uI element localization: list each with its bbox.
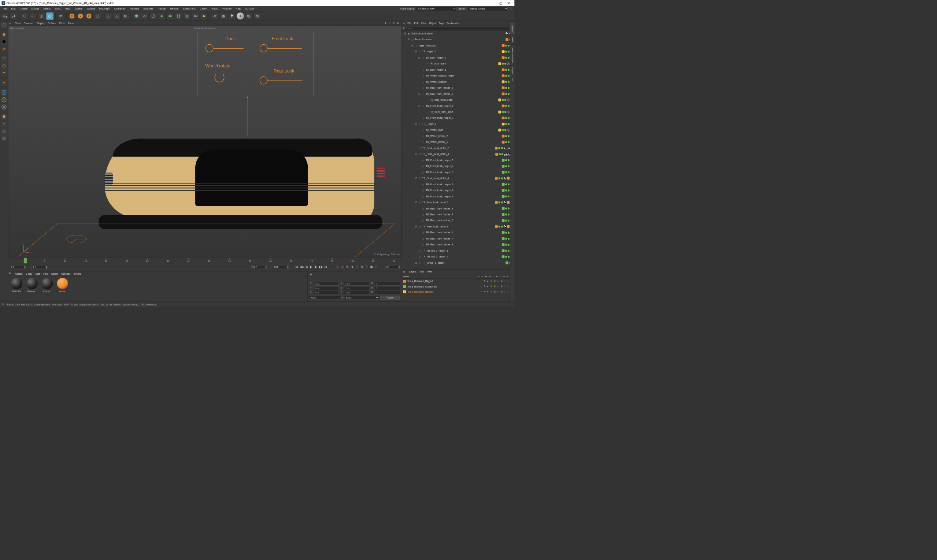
tag-orange[interactable] bbox=[502, 74, 505, 77]
menu-create[interactable]: Create bbox=[18, 7, 29, 10]
coord-scale-select[interactable]: Scale bbox=[345, 295, 379, 300]
menu-window[interactable]: Window bbox=[220, 7, 233, 10]
tree-row[interactable]: ⟐TR_Wheel_helper_1 bbox=[402, 139, 514, 145]
obj-menu-tags[interactable]: Tags bbox=[437, 22, 445, 25]
coord-y-field[interactable] bbox=[314, 286, 339, 290]
tag-dot-green[interactable] bbox=[502, 111, 504, 113]
layer-flag-d[interactable]: ⬚ bbox=[504, 280, 506, 283]
menu-file[interactable]: File bbox=[1, 7, 9, 10]
menu-mesh[interactable]: Mesh bbox=[63, 7, 73, 10]
tag-dot-green[interactable] bbox=[505, 250, 507, 252]
start-frame-field[interactable] bbox=[10, 265, 24, 269]
tag-dot-green[interactable] bbox=[501, 202, 503, 203]
layer-flag-m[interactable]: ⊞ bbox=[490, 291, 493, 293]
cube-primitive-button[interactable] bbox=[132, 12, 140, 20]
tag-orange[interactable] bbox=[502, 86, 505, 89]
tag-dot-green[interactable] bbox=[505, 159, 507, 161]
layer-flag-a[interactable]: ▷ bbox=[497, 291, 500, 293]
tree-row[interactable]: ◇TR_Front_trunk_detail_2 bbox=[402, 145, 514, 151]
coord-system-button[interactable] bbox=[94, 12, 101, 20]
right-tab-content-browser[interactable]: Content Browser bbox=[510, 45, 515, 66]
tag-yellow[interactable] bbox=[502, 81, 505, 83]
tag-dot-green[interactable] bbox=[502, 153, 503, 155]
tag-green[interactable] bbox=[502, 195, 505, 198]
next-frame-button[interactable]: ▶ bbox=[314, 265, 318, 269]
layers-menu-view[interactable]: View bbox=[426, 270, 434, 273]
current-frame-field[interactable] bbox=[385, 265, 398, 269]
tree-row[interactable]: ⟐TR_Wheel_helper_2 bbox=[402, 133, 514, 139]
layer-flag-r[interactable]: ▶ bbox=[486, 291, 489, 293]
expand-icon[interactable]: ⊟ bbox=[414, 50, 417, 53]
viewport-maximize-icon[interactable]: ▦ bbox=[397, 22, 400, 25]
layer-flag-v[interactable]: 👁 bbox=[483, 280, 486, 283]
object-tree[interactable]: ⊟◉Subdivision Surface⊟◇Tesla_Robovan⊟⟐Te… bbox=[402, 31, 514, 269]
tree-row[interactable]: ⟐TR_Wheel_rotation bbox=[402, 79, 514, 85]
layer-flag-v[interactable]: 👁 bbox=[483, 285, 486, 288]
right-tab-layers[interactable]: Layers bbox=[510, 65, 515, 76]
render-view-button[interactable] bbox=[105, 12, 112, 20]
tag-dot-green[interactable] bbox=[505, 189, 507, 191]
tree-row[interactable]: ◇TR_Rear_trunk_helper_5 bbox=[402, 218, 514, 223]
prev-key-button[interactable]: ◀◀ bbox=[299, 265, 304, 269]
coord-sy-field[interactable] bbox=[344, 286, 369, 290]
tag-dot-green[interactable] bbox=[505, 183, 507, 185]
timeline-ruler[interactable]: 051015202530354045505560657075808590 bbox=[24, 258, 394, 264]
tag-checker[interactable] bbox=[504, 177, 506, 180]
viewport-zoom-icon[interactable]: ⤢ bbox=[389, 22, 392, 25]
tag-green[interactable] bbox=[502, 165, 505, 168]
layout-config-icon[interactable]: ⋯ bbox=[509, 6, 514, 11]
tag-green[interactable] bbox=[502, 255, 505, 258]
edges-mode-button[interactable] bbox=[1, 63, 7, 69]
tag-dot-green[interactable] bbox=[505, 165, 507, 167]
layer-flag-l[interactable]: 🔒 bbox=[494, 280, 496, 283]
close-button[interactable]: ✕ bbox=[505, 0, 513, 6]
tag-green[interactable] bbox=[502, 183, 505, 186]
menu-volume[interactable]: Volume bbox=[85, 7, 97, 10]
scale-button[interactable] bbox=[38, 12, 45, 20]
tree-row[interactable]: ◇TR_Front_trunk_helper_8 bbox=[402, 193, 514, 199]
tag-orange[interactable] bbox=[502, 135, 505, 138]
undo-button[interactable] bbox=[1, 12, 9, 20]
tag-dot-green[interactable] bbox=[505, 238, 507, 240]
mograph-button[interactable] bbox=[175, 12, 182, 20]
obj-menu-icon[interactable]: ☰ bbox=[403, 22, 405, 25]
tag-dot-green[interactable] bbox=[505, 255, 507, 257]
layer-flag-r[interactable]: ▶ bbox=[486, 285, 489, 288]
vray-button[interactable]: S bbox=[237, 12, 244, 20]
coord-sz-field[interactable] bbox=[344, 291, 369, 294]
menu-spline[interactable]: Spline bbox=[73, 7, 85, 10]
tag-orange[interactable] bbox=[502, 44, 505, 47]
snap-2-button[interactable]: S bbox=[1, 97, 7, 103]
record-button[interactable]: ● bbox=[335, 265, 340, 269]
rotate-button[interactable] bbox=[46, 12, 54, 20]
layer-flag-a[interactable]: ▷ bbox=[497, 280, 500, 283]
materials-menu-material[interactable]: Material bbox=[60, 272, 71, 275]
python-button-2[interactable] bbox=[254, 12, 261, 20]
autokey-button[interactable]: ◉ bbox=[340, 265, 345, 269]
tag-green[interactable] bbox=[502, 249, 505, 252]
tree-row[interactable]: ⊟◇TR_Rear_trunk_detail_6 bbox=[402, 223, 514, 229]
layout-select[interactable]: Startup (User) bbox=[468, 6, 508, 11]
tree-row[interactable]: ⟐TR_Front_trunk_helper_2 bbox=[402, 115, 514, 121]
obj-menu-bookmarks[interactable]: Bookmarks bbox=[445, 22, 460, 25]
tag-green[interactable] bbox=[502, 171, 505, 174]
tag-orange[interactable] bbox=[502, 141, 505, 143]
viewport[interactable]: Perspective Default Camera ▸▪ Grid Spaci… bbox=[8, 26, 402, 257]
menu-v-ray[interactable]: V-Ray bbox=[197, 7, 208, 10]
tree-row[interactable]: ◇TR_Rear_trunk_helper_8 bbox=[402, 242, 514, 248]
tag-green[interactable] bbox=[502, 159, 505, 162]
tree-row[interactable]: ◇TR_Tie_rod_1_helper_1 bbox=[402, 248, 514, 254]
tag-orange[interactable] bbox=[502, 105, 505, 107]
layer-flag-a[interactable]: ▷ bbox=[497, 285, 500, 288]
tag-orange[interactable] bbox=[502, 68, 505, 71]
camera-button[interactable] bbox=[192, 12, 199, 20]
locked-workplane-button[interactable] bbox=[1, 120, 7, 127]
tag-green[interactable] bbox=[502, 243, 505, 246]
bulb-button[interactable] bbox=[228, 12, 236, 20]
node-space-select[interactable]: Current (V-Ray) bbox=[416, 6, 456, 11]
workplane-lock-button[interactable] bbox=[1, 114, 7, 120]
tree-row[interactable]: ⟐TR_Wheel_twist bbox=[402, 127, 514, 133]
render-settings-button[interactable] bbox=[122, 12, 129, 20]
menu-character[interactable]: Character bbox=[112, 7, 128, 10]
coord-x-field[interactable] bbox=[314, 282, 339, 286]
